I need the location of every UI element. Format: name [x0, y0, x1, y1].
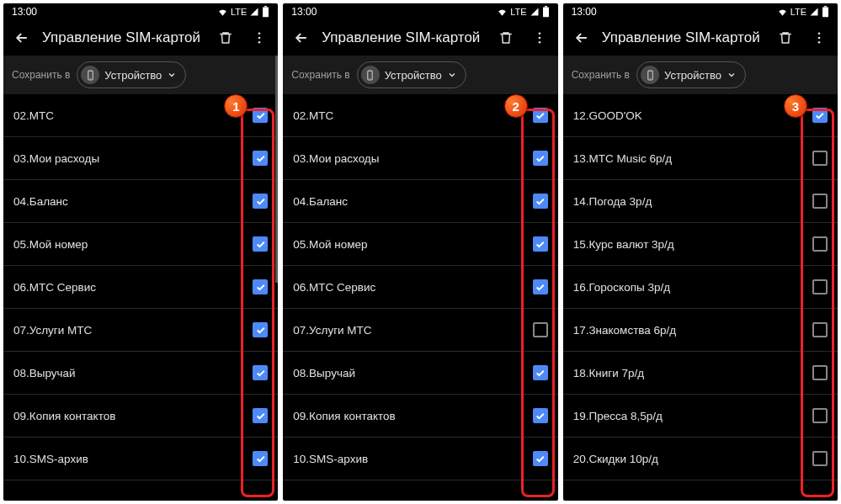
checkbox[interactable] — [253, 365, 268, 380]
list-item-label: 14.Погода 3р/д — [573, 195, 652, 208]
more-button[interactable] — [806, 24, 833, 51]
more-button[interactable] — [526, 24, 553, 51]
checkbox[interactable] — [812, 236, 828, 252]
contact-list[interactable]: 02.МТС03.Мои расходы04.Баланс05.Мой номе… — [3, 94, 278, 501]
delete-button[interactable] — [772, 24, 799, 51]
signal-icon — [249, 7, 259, 17]
list-item[interactable]: 03.Мои расходы — [283, 137, 557, 180]
panel-1: 13:00LTEУправление SIM-картойСохранить в… — [3, 3, 278, 501]
save-target-text: Устройство — [664, 69, 721, 82]
list-item[interactable]: 18.Книги 7р/д — [563, 352, 838, 395]
scrollbar[interactable] — [275, 56, 278, 283]
list-item[interactable]: 17.Знакомства 6р/д — [563, 309, 838, 352]
list-item[interactable]: 09.Копия контактов — [283, 395, 557, 438]
list-item[interactable]: 07.Услуги МТС — [3, 309, 278, 352]
list-item-label: 20.Скидки 10р/д — [573, 453, 658, 465]
checkbox[interactable] — [533, 322, 548, 337]
list-item[interactable]: 10.SMS-архив — [3, 438, 278, 480]
delete-button[interactable] — [492, 24, 519, 51]
checkbox[interactable] — [533, 151, 548, 166]
back-button[interactable] — [8, 24, 35, 51]
list-item-label: 10.SMS-архив — [13, 453, 88, 465]
svg-point-16 — [818, 32, 821, 34]
wifi-icon — [777, 7, 788, 18]
list-item[interactable]: 09.Копия контактов — [3, 395, 278, 438]
list-item[interactable]: 19.Пресса 8,5р/д — [563, 395, 838, 438]
list-item-label: 08.Выручай — [13, 367, 76, 379]
contact-list[interactable]: 12.GOOD'OK13.МТС Music 6р/д14.Погода 3р/… — [563, 94, 838, 501]
checkbox[interactable] — [253, 194, 268, 209]
checkbox[interactable] — [253, 108, 268, 123]
list-item-label: 03.Мои расходы — [13, 152, 99, 165]
svg-point-9 — [538, 32, 540, 34]
more-button[interactable] — [246, 24, 273, 51]
save-target-chip[interactable]: Устройство — [77, 61, 186, 88]
list-item[interactable]: 03.Мои расходы — [3, 137, 278, 180]
status-time: 13:00 — [291, 6, 317, 18]
contact-list[interactable]: 02.МТС03.Мои расходы04.Баланс05.Мой номе… — [283, 94, 557, 501]
list-item[interactable]: 04.Баланс — [3, 180, 278, 223]
checkbox[interactable] — [533, 279, 548, 294]
list-item-label: 02.МТС — [293, 109, 333, 122]
checkbox[interactable] — [812, 108, 828, 123]
checkbox[interactable] — [533, 194, 548, 209]
checkbox[interactable] — [812, 279, 828, 294]
list-item[interactable]: 06.МТС Сервис — [3, 266, 278, 309]
list-item-label: 03.Мои расходы — [293, 152, 379, 165]
list-item-label: 09.Копия контактов — [293, 410, 395, 422]
checkbox[interactable] — [253, 279, 268, 294]
list-item-label: 18.Книги 7р/д — [573, 367, 645, 379]
checkbox[interactable] — [253, 451, 268, 466]
list-item[interactable]: 10.SMS-архив — [283, 438, 557, 480]
list-item[interactable]: 13.МТС Music 6р/д — [563, 137, 838, 180]
svg-rect-7 — [543, 7, 549, 17]
list-item[interactable]: 04.Баланс — [283, 180, 557, 223]
checkbox[interactable] — [533, 451, 548, 466]
save-row: Сохранить вУстройство — [563, 56, 838, 94]
svg-rect-15 — [824, 6, 827, 7]
list-item[interactable]: 15.Курс валют 3р/д — [563, 223, 838, 266]
back-button[interactable] — [288, 24, 315, 51]
status-bar: 13:00LTE — [563, 3, 838, 20]
list-item[interactable]: 08.Выручай — [283, 352, 557, 395]
checkbox[interactable] — [812, 322, 828, 337]
checkbox[interactable] — [533, 236, 548, 252]
battery-icon — [262, 6, 269, 18]
checkbox[interactable] — [533, 408, 548, 423]
list-item-label: 04.Баланс — [293, 195, 348, 208]
list-item-label: 09.Копия контактов — [13, 410, 115, 422]
list-item[interactable]: 08.Выручай — [3, 352, 278, 395]
list-item[interactable]: 05.Мой номер — [283, 223, 557, 266]
list-item-label: 10.SMS-архив — [293, 453, 368, 465]
checkbox[interactable] — [812, 408, 828, 423]
checkbox[interactable] — [253, 408, 268, 423]
checkbox[interactable] — [812, 365, 828, 380]
list-item[interactable]: 16.Гороскопы 3р/д — [563, 266, 838, 309]
list-item-label: 17.Знакомства 6р/д — [573, 324, 677, 337]
checkbox[interactable] — [812, 451, 828, 466]
save-target-chip[interactable]: Устройство — [357, 61, 466, 88]
list-item[interactable]: 14.Погода 3р/д — [563, 180, 838, 223]
svg-point-2 — [258, 32, 261, 34]
page-title: Управление SIM-картой — [322, 29, 485, 46]
delete-button[interactable] — [212, 24, 239, 51]
svg-point-4 — [258, 41, 261, 44]
title-bar: Управление SIM-картой — [283, 20, 557, 56]
list-item[interactable]: 07.Услуги МТС — [283, 309, 557, 352]
list-item[interactable]: 20.Скидки 10р/д — [563, 438, 838, 480]
list-item-label: 07.Услуги МТС — [293, 324, 371, 337]
svg-point-17 — [818, 37, 821, 40]
checkbox[interactable] — [533, 365, 548, 380]
checkbox[interactable] — [812, 194, 828, 209]
back-button[interactable] — [568, 24, 595, 51]
checkbox[interactable] — [533, 108, 548, 123]
checkbox[interactable] — [253, 236, 268, 252]
list-item[interactable]: 06.МТС Сервис — [283, 266, 557, 309]
checkbox[interactable] — [253, 151, 268, 166]
wifi-icon — [217, 7, 228, 18]
checkbox[interactable] — [253, 322, 268, 337]
list-item[interactable]: 05.Мой номер — [3, 223, 278, 266]
status-net: LTE — [231, 7, 247, 17]
save-target-chip[interactable]: Устройство — [636, 61, 746, 88]
checkbox[interactable] — [812, 151, 828, 166]
